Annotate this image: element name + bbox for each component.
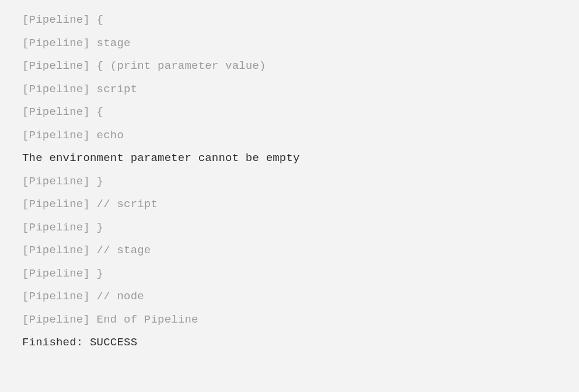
log-line: [Pipeline] }: [22, 173, 573, 190]
log-line: [Pipeline] // stage: [22, 242, 573, 259]
log-line: [Pipeline] script: [22, 81, 573, 98]
log-line: The environment parameter cannot be empt…: [22, 150, 573, 167]
log-line: Finished: SUCCESS: [22, 334, 573, 351]
log-line: [Pipeline] End of Pipeline: [22, 312, 573, 328]
log-line: [Pipeline] echo: [22, 127, 573, 144]
log-line: [Pipeline] {: [22, 104, 573, 121]
log-line: [Pipeline] { (print parameter value): [22, 58, 573, 75]
log-line: [Pipeline] stage: [22, 35, 573, 52]
log-line: [Pipeline] }: [22, 219, 573, 236]
log-line: [Pipeline] // node: [22, 288, 573, 305]
console-output: [Pipeline] { [Pipeline] stage [Pipeline]…: [22, 12, 573, 351]
log-line: [Pipeline] {: [22, 12, 573, 29]
log-line: [Pipeline] // script: [22, 196, 573, 213]
log-line: [Pipeline] }: [22, 265, 573, 282]
